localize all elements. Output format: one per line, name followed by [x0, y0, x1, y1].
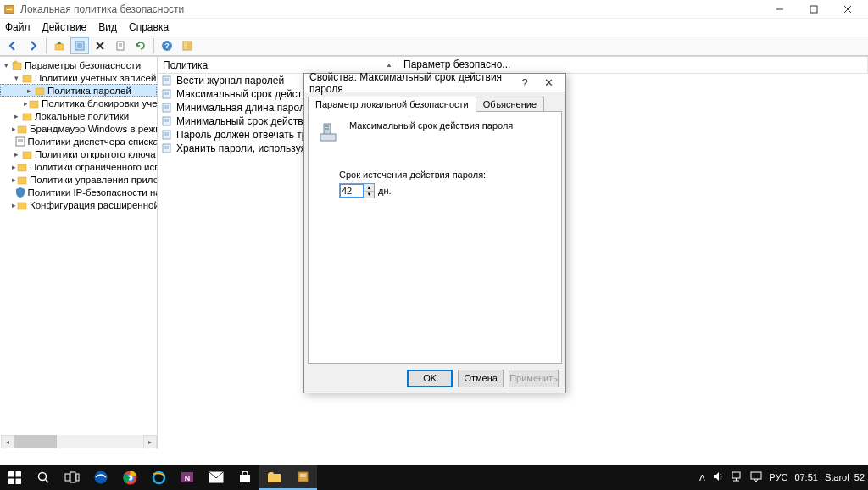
tree-item-label: Политики учетных записей: [35, 73, 156, 83]
refresh-button[interactable]: [131, 37, 150, 54]
expand-icon[interactable]: ▾: [2, 61, 10, 70]
up-button[interactable]: [50, 37, 69, 54]
scroll-track[interactable]: [57, 435, 143, 448]
tab-explanation[interactable]: Объяснение: [476, 97, 544, 111]
tree-item[interactable]: ▸ Локальные политики: [0, 109, 157, 122]
tree-item[interactable]: ▸ Политики управления приложени: [0, 173, 157, 186]
tray-user[interactable]: Starol_52: [825, 472, 865, 482]
tree-hscrollbar[interactable]: ◂ ▸: [1, 435, 157, 448]
svg-point-60: [39, 473, 47, 481]
tree-item[interactable]: ▸ Конфигурация расширенной пол: [0, 198, 157, 211]
policy-item-icon: [160, 115, 174, 127]
mail-icon[interactable]: [202, 465, 231, 490]
scroll-left-button[interactable]: ◂: [1, 435, 14, 448]
onenote-icon[interactable]: N: [173, 465, 202, 490]
policy-header: Максимальный срок действия пароля: [317, 120, 553, 144]
close-button[interactable]: [831, 0, 865, 19]
back-button[interactable]: [3, 37, 22, 54]
svg-rect-33: [18, 203, 26, 209]
svg-rect-73: [240, 475, 250, 482]
store-icon[interactable]: [231, 465, 259, 490]
maximize-button[interactable]: [797, 0, 831, 19]
expiry-spinner[interactable]: ▲ ▼: [339, 183, 375, 198]
dialog-titlebar[interactable]: Свойства: Максимальный срок действия пар…: [304, 74, 565, 92]
tree-item[interactable]: ▾ Политики учетных записей: [0, 71, 157, 84]
task-view-icon[interactable]: [58, 465, 86, 490]
tree-item-label: Политики открытого ключа: [35, 149, 156, 159]
apply-button[interactable]: Применить: [509, 370, 559, 387]
svg-rect-26: [18, 126, 26, 133]
collapse-icon[interactable]: ▸: [12, 112, 20, 120]
help-button[interactable]: ?: [158, 37, 176, 54]
folder-icon: [16, 161, 28, 173]
dialog-help-button[interactable]: ?: [513, 76, 537, 89]
expiry-input[interactable]: [340, 184, 364, 198]
svg-rect-2: [7, 9, 13, 10]
properties-dialog: Свойства: Максимальный срок действия пар…: [303, 73, 566, 393]
ok-button[interactable]: OK: [407, 370, 453, 387]
svg-rect-32: [18, 177, 26, 184]
tray-chevron-up-icon[interactable]: ᐱ: [699, 473, 705, 482]
tree-item-selected[interactable]: ▸ Политика паролей: [0, 84, 157, 97]
delete-button[interactable]: [91, 37, 109, 54]
svg-rect-21: [13, 63, 21, 70]
tree-item[interactable]: ▸ Политики открытого ключа: [0, 148, 157, 160]
svg-rect-7: [55, 44, 64, 50]
tray-language[interactable]: РУС: [769, 472, 787, 482]
chrome-icon[interactable]: [115, 465, 144, 490]
scroll-thumb[interactable]: [14, 435, 57, 448]
tree-item[interactable]: Политики IP-безопасности на "Ло: [0, 186, 157, 198]
start-button[interactable]: [0, 465, 29, 490]
menu-help[interactable]: Справка: [129, 21, 169, 33]
scroll-right-button[interactable]: ▸: [143, 435, 157, 448]
file-explorer-icon[interactable]: [259, 465, 288, 490]
svg-rect-55: [326, 128, 329, 130]
dialog-body: Максимальный срок действия пароля Срок и…: [308, 111, 562, 364]
dialog-close-button[interactable]: ✕: [537, 76, 560, 89]
tree-item-label: Политики диспетчера списка сете: [28, 136, 158, 147]
svg-rect-24: [30, 101, 38, 108]
tray-clock[interactable]: 07:51: [794, 472, 818, 482]
forward-button[interactable]: [24, 37, 42, 54]
tree-item[interactable]: Политики диспетчера списка сете: [0, 135, 157, 148]
menu-file[interactable]: Файл: [5, 21, 31, 33]
spin-up-button[interactable]: ▲: [364, 184, 374, 192]
expiry-spinner-row: ▲ ▼ дн.: [339, 183, 553, 198]
svg-text:?: ?: [164, 42, 170, 50]
taskbar: N ᐱ РУС 07:51 Starol_52: [0, 465, 868, 490]
search-icon[interactable]: [29, 465, 58, 490]
tree-item-label: Политики ограниченного использ: [30, 162, 158, 172]
spin-down-button[interactable]: ▼: [364, 192, 374, 198]
window-title: Локальная политика безопасности: [20, 3, 763, 15]
shield-icon: [14, 187, 26, 198]
svg-rect-1: [7, 8, 13, 8]
tree-item[interactable]: ▸ Политика блокировки учетной: [0, 97, 157, 109]
collapse-icon[interactable]: ▸: [25, 86, 33, 95]
secpol-taskbar-icon[interactable]: [288, 465, 317, 490]
title-bar: Локальная политика безопасности: [0, 0, 868, 19]
toolbar: ?: [0, 36, 868, 56]
volume-icon[interactable]: [712, 471, 724, 484]
ie-icon[interactable]: [144, 465, 173, 490]
tree-item[interactable]: ▸ Брандмауэр Windows в режиме п: [0, 122, 157, 135]
action-pane-button[interactable]: [178, 37, 197, 54]
tab-local-security[interactable]: Параметр локальной безопасности: [308, 97, 476, 112]
svg-rect-22: [23, 75, 31, 82]
folder-icon: [16, 174, 28, 186]
edge-icon[interactable]: [86, 465, 115, 490]
action-center-icon[interactable]: [750, 471, 762, 484]
tree-root[interactable]: ▾ Параметры безопасности: [0, 58, 157, 71]
list-header: Политика ▲ Параметр безопасно...: [158, 57, 868, 74]
svg-rect-62: [65, 474, 70, 481]
properties-button[interactable]: [70, 37, 89, 54]
collapse-icon[interactable]: ▸: [12, 150, 20, 159]
network-icon[interactable]: [731, 471, 743, 484]
export-button[interactable]: [111, 37, 130, 54]
menu-action[interactable]: Действие: [42, 21, 87, 33]
tree-item[interactable]: ▸ Политики ограниченного использ: [0, 160, 157, 173]
menu-view[interactable]: Вид: [98, 21, 117, 33]
minimize-button[interactable]: [763, 0, 797, 19]
cancel-button[interactable]: Отмена: [458, 370, 504, 387]
expand-icon[interactable]: ▾: [12, 74, 20, 82]
system-tray: ᐱ РУС 07:51 Starol_52: [699, 471, 868, 484]
